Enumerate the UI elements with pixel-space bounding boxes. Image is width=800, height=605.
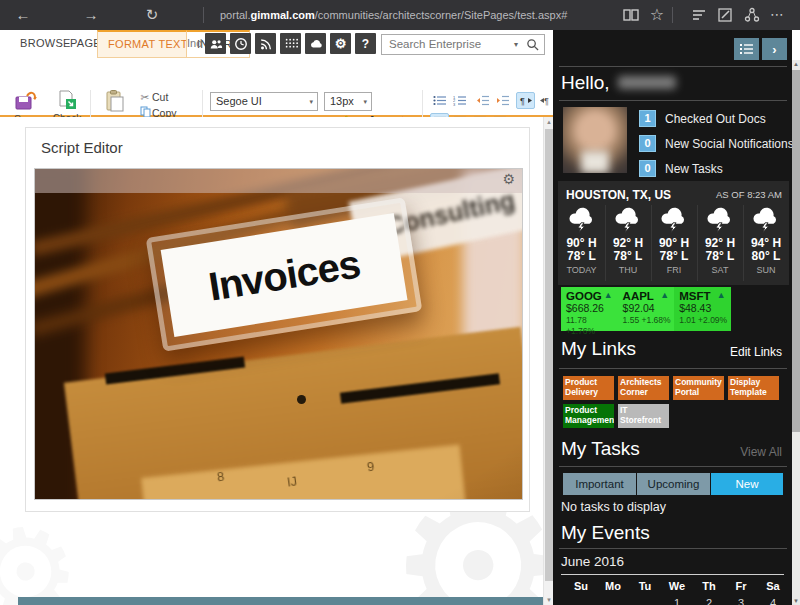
search-icon[interactable]	[526, 38, 539, 51]
chevron-right-icon: ›	[772, 42, 776, 57]
up-triangle-icon: ▲	[717, 290, 726, 300]
font-size-value: 13px	[330, 95, 354, 107]
link-tile[interactable]: Display Template	[728, 376, 779, 400]
divider	[559, 368, 787, 369]
rss-icon[interactable]	[255, 33, 276, 54]
search-input[interactable]: Search Enterprise ▾	[381, 34, 545, 55]
chevron-down-icon: ▾	[363, 93, 367, 110]
link-tile[interactable]: Community Portal	[673, 376, 724, 400]
edit-links-link[interactable]: Edit Links	[730, 345, 782, 359]
sidebar-collapse-button[interactable]: ›	[762, 38, 787, 60]
sidebar-list-button[interactable]	[734, 38, 759, 60]
storm-cloud-icon	[567, 207, 597, 233]
url-domain: gimmal.com	[251, 9, 315, 21]
weather-day: 92° H78° LSAT	[697, 205, 742, 281]
settings-gear-icon[interactable]: ⚙	[330, 33, 351, 54]
font-name-select[interactable]: Segoe UI▾	[210, 92, 318, 111]
numbered-list-button[interactable]: 123	[450, 92, 469, 109]
divider	[559, 66, 787, 67]
svg-text:3: 3	[453, 102, 456, 107]
stock-item[interactable]: MSFT▲$48.431.01 +2.09%	[674, 287, 731, 331]
stat-label: Checked Out Docs	[665, 112, 766, 126]
chevron-down-icon[interactable]: ▾	[514, 35, 518, 54]
tab-important[interactable]: Important	[563, 473, 636, 495]
increase-indent-button[interactable]	[493, 92, 512, 109]
divider	[559, 548, 787, 549]
greeting-text: Hello,	[561, 72, 610, 93]
link-tile[interactable]: Architects Corner	[618, 376, 669, 400]
cloud-icon[interactable]	[305, 33, 326, 54]
bottom-accent-bar	[18, 597, 543, 605]
avatar-shirt	[581, 151, 609, 173]
chevron-down-icon: ▾	[309, 93, 313, 110]
link-tile[interactable]: IT Storefront	[618, 404, 669, 428]
stat-label: New Tasks	[665, 162, 723, 176]
cut-icon: ✂	[138, 91, 152, 103]
hub-icon[interactable]	[690, 6, 708, 24]
weather-panel: HOUSTON, TX, US AS OF 8:23 AM 90° H78° L…	[558, 181, 789, 285]
calendar-day-header: Tu	[629, 580, 661, 592]
main-scrollbar[interactable]: ▲ ▼	[543, 117, 553, 605]
calendar-day-header: Sa	[757, 580, 789, 592]
reading-view-icon[interactable]	[622, 6, 640, 24]
user-name-redacted	[618, 76, 676, 89]
left-to-right-button[interactable]: ¶	[516, 92, 535, 109]
cut-button[interactable]: ✂Cut	[138, 91, 168, 105]
webpart-title: Script Editor	[41, 139, 123, 156]
scroll-down-icon[interactable]: ▼	[792, 598, 800, 604]
scrollbar-thumb[interactable]	[545, 129, 553, 581]
help-icon[interactable]: ?	[355, 33, 376, 54]
paste-icon	[105, 90, 125, 112]
address-bar[interactable]: portal.gimmal.com/communities/architects…	[220, 0, 567, 30]
stock-item[interactable]: AAPL▲$92.041.55 +1.68%	[618, 287, 675, 331]
calendar-day-header: Th	[693, 580, 725, 592]
back-icon[interactable]: ←	[12, 0, 34, 30]
stock-item[interactable]: GOOG▲$668.2611.78 +1.76%	[561, 287, 618, 331]
weather-day: 90° H78° LFRI	[651, 205, 696, 281]
scrollbar-thumb[interactable]	[792, 70, 800, 432]
tab-format-text[interactable]: FORMAT TEXT	[97, 30, 199, 58]
people-icon[interactable]	[205, 33, 226, 54]
decrease-indent-button[interactable]	[473, 92, 492, 109]
font-size-select[interactable]: 13px▾	[324, 92, 372, 111]
app-window: ← → ↻ portal.gimmal.com/communities/arch…	[0, 0, 800, 605]
stat-label: New Social Notifications	[665, 137, 792, 151]
sidebar-scrollbar[interactable]: ▲ ▼	[792, 60, 800, 605]
web-note-icon[interactable]	[716, 6, 734, 24]
search-placeholder: Search Enterprise	[389, 35, 481, 54]
tab-new[interactable]: New	[711, 473, 783, 495]
divider	[561, 574, 784, 575]
webpart-settings-gear-icon[interactable]: ⚙	[502, 172, 515, 186]
refresh-icon[interactable]: ↻	[141, 0, 163, 30]
view-all-link[interactable]: View All	[740, 445, 782, 459]
forward-icon[interactable]: →	[80, 0, 102, 30]
divider	[559, 100, 787, 101]
divider	[203, 7, 204, 23]
font-name-value: Segoe UI	[216, 95, 262, 107]
share-icon[interactable]	[743, 6, 761, 24]
bullet-list-button[interactable]	[430, 92, 449, 109]
calendar-date[interactable]: 1	[661, 597, 693, 605]
link-tile[interactable]: Product Management	[563, 404, 614, 428]
truncated-label: Ind	[187, 30, 202, 58]
avatar	[563, 107, 627, 173]
weather-asof: AS OF 8:23 AM	[716, 189, 782, 200]
tab-upcoming[interactable]: Upcoming	[637, 473, 710, 495]
favorites-star-icon[interactable]: ☆	[646, 0, 668, 30]
calendar-date[interactable]: 3	[725, 597, 757, 605]
calendar-day-header: Fr	[725, 580, 757, 592]
url-path: /communities/architectscorner/SitePages/…	[315, 9, 568, 21]
calendar-date[interactable]: 4	[757, 597, 789, 605]
my-tasks-title: My Tasks	[561, 438, 640, 460]
page-content: ⚙ ⚙ Script Editor Consulting	[0, 117, 543, 605]
calendar-date[interactable]: 2	[693, 597, 725, 605]
weather-day: 92° H78° LTHU	[605, 205, 650, 281]
link-tile[interactable]: Product Delivery	[563, 376, 614, 400]
scroll-up-icon[interactable]: ▲	[792, 61, 800, 67]
stat-count-badge: 0	[639, 160, 656, 177]
clock-icon[interactable]	[230, 33, 251, 54]
storm-cloud-icon	[659, 207, 689, 233]
more-menu-icon[interactable]: ⋯	[766, 0, 788, 30]
svg-text:¶: ¶	[544, 96, 549, 106]
sites-grid-icon[interactable]	[280, 33, 301, 54]
